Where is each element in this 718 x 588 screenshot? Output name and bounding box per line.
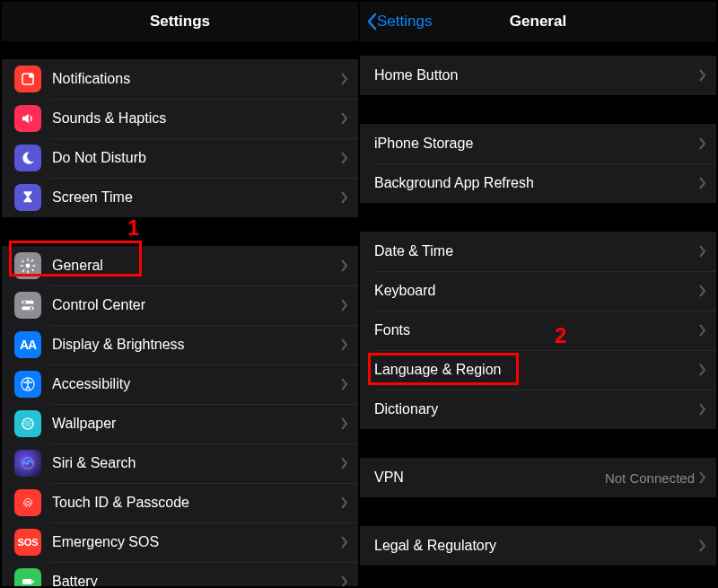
chevron-right-icon	[698, 471, 707, 484]
row-display-brightness[interactable]: AA Display & Brightness	[2, 325, 358, 364]
row-label: General	[52, 258, 340, 274]
svg-point-1	[29, 74, 33, 78]
svg-point-14	[30, 307, 32, 310]
sos-icon: SOS	[14, 529, 41, 556]
row-home-button[interactable]: Home Button	[360, 56, 716, 95]
row-label: Background App Refresh	[374, 175, 698, 191]
chevron-right-icon	[340, 417, 349, 430]
svg-point-16	[27, 380, 30, 382]
svg-rect-9	[31, 259, 33, 262]
row-keyboard[interactable]: Keyboard	[360, 271, 716, 311]
text-size-icon: AA	[14, 331, 41, 358]
row-fonts[interactable]: Fonts	[360, 311, 716, 350]
settings-header: Settings	[2, 2, 358, 41]
general-header: Settings General	[360, 2, 716, 41]
svg-rect-10	[22, 269, 25, 272]
general-pane: Settings General Home Button iPhone Stor…	[358, 2, 716, 586]
row-screen-time[interactable]: Screen Time	[2, 178, 358, 217]
svg-rect-6	[32, 265, 35, 267]
row-label: Siri & Search	[52, 455, 340, 471]
row-date-time[interactable]: Date & Time	[360, 232, 716, 271]
row-sounds-haptics[interactable]: Sounds & Haptics	[2, 99, 358, 138]
svg-rect-4	[27, 270, 29, 273]
chevron-right-icon	[340, 338, 349, 351]
general-group-legal: Legal & Regulatory	[360, 526, 716, 566]
row-control-center[interactable]: Control Center	[2, 285, 358, 325]
svg-rect-8	[31, 268, 34, 271]
row-label: Dictionary	[374, 401, 698, 417]
chevron-right-icon	[340, 378, 349, 391]
svg-rect-20	[32, 581, 34, 584]
row-background-app-refresh[interactable]: Background App Refresh	[360, 163, 716, 203]
svg-point-12	[23, 301, 26, 303]
chevron-right-icon	[340, 112, 349, 125]
row-do-not-disturb[interactable]: Do Not Disturb	[2, 138, 358, 178]
settings-title: Settings	[150, 13, 210, 31]
row-label: Control Center	[52, 297, 340, 313]
chevron-right-icon	[698, 285, 707, 297]
svg-point-2	[26, 264, 31, 268]
chevron-right-icon	[340, 191, 349, 204]
hourglass-icon	[14, 184, 41, 211]
settings-content: Notifications Sounds & Haptics Do Not Di…	[2, 41, 358, 586]
general-group-storage: iPhone Storage Background App Refresh	[360, 124, 716, 203]
chevron-right-icon	[698, 177, 707, 189]
row-label: Legal & Regulatory	[374, 538, 698, 554]
row-label: Battery	[52, 574, 340, 586]
chevron-right-icon	[698, 69, 707, 82]
settings-group-system: General Control Center AA Display & Brig…	[2, 246, 358, 586]
back-label: Settings	[377, 13, 432, 31]
chevron-right-icon	[698, 364, 707, 376]
settings-group-attention: Notifications Sounds & Haptics Do Not Di…	[2, 59, 358, 217]
row-label: Date & Time	[374, 243, 698, 259]
chevron-left-icon	[365, 13, 378, 31]
row-touch-id-passcode[interactable]: Touch ID & Passcode	[2, 483, 358, 522]
row-notifications[interactable]: Notifications	[2, 59, 358, 99]
svg-rect-5	[21, 265, 23, 267]
row-iphone-storage[interactable]: iPhone Storage	[360, 124, 716, 163]
settings-pane: Settings Notifications Sounds & Haptics	[2, 2, 358, 586]
svg-rect-7	[22, 260, 24, 263]
row-general[interactable]: General	[2, 246, 358, 285]
general-group-vpn: VPN Not Connected	[360, 458, 716, 497]
row-language-region[interactable]: Language & Region	[360, 350, 716, 390]
chevron-right-icon	[698, 540, 707, 552]
general-title: General	[510, 13, 566, 31]
row-label: Language & Region	[374, 362, 698, 378]
chevron-right-icon	[698, 403, 707, 416]
row-wallpaper[interactable]: Wallpaper	[2, 404, 358, 443]
chevron-right-icon	[340, 152, 349, 164]
sound-icon	[14, 105, 41, 132]
chevron-right-icon	[698, 324, 707, 337]
svg-rect-19	[22, 579, 32, 584]
vpn-value: Not Connected	[605, 470, 695, 486]
wallpaper-icon	[14, 410, 41, 437]
row-dictionary[interactable]: Dictionary	[360, 390, 716, 429]
row-label: Keyboard	[374, 283, 698, 299]
row-label: Emergency SOS	[52, 534, 340, 550]
row-label: Screen Time	[52, 189, 340, 206]
back-button[interactable]: Settings	[365, 2, 432, 41]
row-label: Display & Brightness	[52, 337, 340, 353]
fingerprint-icon	[14, 489, 41, 516]
row-legal-regulatory[interactable]: Legal & Regulatory	[360, 526, 716, 566]
row-label: Touch ID & Passcode	[52, 495, 340, 511]
battery-icon	[14, 568, 41, 586]
row-label: Do Not Disturb	[52, 150, 340, 166]
row-label: Sounds & Haptics	[52, 110, 340, 127]
row-vpn[interactable]: VPN Not Connected	[360, 458, 716, 497]
accessibility-icon	[14, 371, 41, 398]
chevron-right-icon	[698, 245, 707, 258]
row-emergency-sos[interactable]: SOS Emergency SOS	[2, 522, 358, 562]
row-label: Home Button	[374, 67, 698, 83]
chevron-right-icon	[698, 137, 707, 150]
chevron-right-icon	[340, 575, 349, 586]
chevron-right-icon	[340, 299, 349, 312]
row-siri-search[interactable]: Siri & Search	[2, 443, 358, 483]
general-content: Home Button iPhone Storage Background Ap…	[360, 41, 716, 586]
gear-icon	[14, 252, 41, 279]
moon-icon	[14, 145, 41, 171]
row-accessibility[interactable]: Accessibility	[2, 364, 358, 404]
row-battery[interactable]: Battery	[2, 562, 358, 586]
row-label: Notifications	[52, 71, 340, 87]
